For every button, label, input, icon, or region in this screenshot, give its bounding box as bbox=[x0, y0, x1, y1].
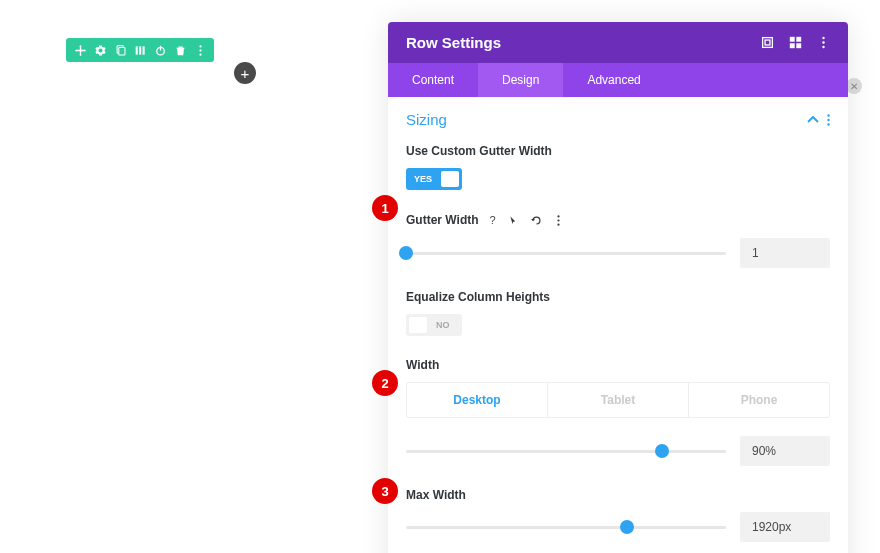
hover-icon[interactable] bbox=[507, 212, 523, 228]
svg-point-8 bbox=[199, 49, 201, 51]
responsive-tabs: Desktop Tablet Phone bbox=[406, 382, 830, 418]
tab-content[interactable]: Content bbox=[388, 63, 478, 97]
svg-rect-11 bbox=[765, 40, 770, 45]
power-icon[interactable] bbox=[152, 42, 168, 58]
gear-icon[interactable] bbox=[92, 42, 108, 58]
svg-point-22 bbox=[557, 215, 559, 217]
annotation-2: 2 bbox=[372, 370, 398, 396]
resp-tab-tablet[interactable]: Tablet bbox=[547, 383, 688, 417]
tab-design[interactable]: Design bbox=[478, 63, 563, 97]
svg-point-7 bbox=[199, 45, 201, 47]
expand-icon[interactable] bbox=[760, 36, 774, 50]
toggle-text: YES bbox=[406, 174, 432, 184]
field-label: Width bbox=[406, 358, 830, 372]
section-actions bbox=[807, 114, 830, 126]
field-label: Equalize Column Heights bbox=[406, 290, 830, 304]
svg-rect-12 bbox=[789, 37, 794, 42]
field-max-width: Max Width bbox=[406, 488, 830, 542]
svg-point-24 bbox=[557, 223, 559, 225]
svg-rect-1 bbox=[118, 47, 124, 55]
svg-rect-13 bbox=[796, 37, 801, 42]
width-slider[interactable] bbox=[406, 443, 726, 459]
field-label: Max Width bbox=[406, 488, 830, 502]
svg-rect-15 bbox=[796, 43, 801, 48]
copy-icon[interactable] bbox=[112, 42, 128, 58]
svg-rect-2 bbox=[135, 46, 137, 54]
svg-point-21 bbox=[827, 123, 829, 125]
field-equalize: Equalize Column Heights NO bbox=[406, 290, 830, 336]
annotation-1: 1 bbox=[372, 195, 398, 221]
tab-advanced[interactable]: Advanced bbox=[563, 63, 664, 97]
gutter-width-slider[interactable] bbox=[406, 245, 726, 261]
add-button[interactable]: + bbox=[234, 62, 256, 84]
width-input[interactable] bbox=[740, 436, 830, 466]
field-use-custom-gutter: Use Custom Gutter Width YES bbox=[406, 144, 830, 190]
gutter-width-input[interactable] bbox=[740, 238, 830, 268]
field-gutter-width: Gutter Width ? bbox=[406, 212, 830, 268]
grid-icon[interactable] bbox=[788, 36, 802, 50]
section-title[interactable]: Sizing bbox=[406, 111, 447, 128]
max-width-input[interactable] bbox=[740, 512, 830, 542]
svg-rect-14 bbox=[789, 43, 794, 48]
more-icon[interactable] bbox=[192, 42, 208, 58]
modal-tabs: Content Design Advanced bbox=[388, 63, 848, 97]
close-icon[interactable]: ✕ bbox=[846, 78, 862, 94]
field-label: Use Custom Gutter Width bbox=[406, 144, 830, 158]
modal-title: Row Settings bbox=[406, 34, 501, 51]
resp-tab-phone[interactable]: Phone bbox=[688, 383, 829, 417]
row-toolbar bbox=[66, 38, 214, 62]
svg-rect-10 bbox=[762, 38, 772, 48]
svg-point-16 bbox=[822, 37, 824, 39]
chevron-up-icon[interactable] bbox=[807, 116, 819, 124]
trash-icon[interactable] bbox=[172, 42, 188, 58]
annotation-3: 3 bbox=[372, 478, 398, 504]
more-icon[interactable] bbox=[816, 36, 830, 50]
svg-point-9 bbox=[199, 53, 201, 55]
field-width: Width Desktop Tablet Phone bbox=[406, 358, 830, 466]
toggle-equalize[interactable]: NO bbox=[406, 314, 462, 336]
toggle-knob bbox=[409, 317, 427, 333]
max-width-slider[interactable] bbox=[406, 519, 726, 535]
svg-point-19 bbox=[827, 114, 829, 116]
svg-point-20 bbox=[827, 118, 829, 120]
modal-body: Sizing Use Custom Gutter Width YES Gutte… bbox=[388, 97, 848, 553]
resp-tab-desktop[interactable]: Desktop bbox=[407, 383, 547, 417]
row-settings-modal: Row Settings Content Design Advanced Siz… bbox=[388, 22, 848, 553]
svg-rect-3 bbox=[139, 46, 141, 54]
svg-rect-4 bbox=[142, 46, 144, 54]
modal-header-actions bbox=[760, 36, 830, 50]
svg-point-23 bbox=[557, 219, 559, 221]
toggle-knob bbox=[441, 171, 459, 187]
more-icon[interactable] bbox=[827, 114, 830, 126]
move-icon[interactable] bbox=[72, 42, 88, 58]
more-icon[interactable] bbox=[551, 212, 567, 228]
modal-header: Row Settings bbox=[388, 22, 848, 63]
help-icon[interactable]: ? bbox=[485, 212, 501, 228]
toggle-use-custom-gutter[interactable]: YES bbox=[406, 168, 462, 190]
svg-point-17 bbox=[822, 41, 824, 43]
svg-point-18 bbox=[822, 46, 824, 48]
columns-icon[interactable] bbox=[132, 42, 148, 58]
section-header: Sizing bbox=[406, 111, 830, 128]
field-inline-actions: ? bbox=[485, 212, 567, 228]
reset-icon[interactable] bbox=[529, 212, 545, 228]
field-label: Gutter Width bbox=[406, 213, 479, 227]
